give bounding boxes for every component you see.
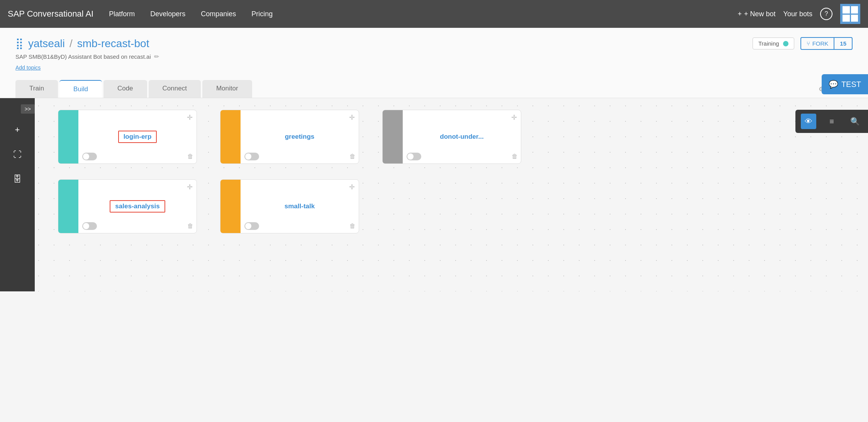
left-toolbar: >> + ⛶ 🗄: [0, 98, 35, 291]
card-greetings: ✛ greetings 🗑: [220, 110, 359, 164]
card-title[interactable]: small-talk: [285, 202, 315, 210]
layer-icon: 🗄: [13, 174, 22, 184]
nav-actions: + + New bot Your bots ?: [738, 4, 860, 24]
card-move-icon[interactable]: ✛: [187, 183, 193, 191]
eye-icon: 👁: [805, 117, 812, 126]
right-toolbar: 👁 ≡ 🔍: [795, 110, 868, 133]
avatar[interactable]: [840, 4, 860, 24]
toolbar-add-button[interactable]: +: [9, 121, 26, 138]
nav-companies[interactable]: Companies: [201, 10, 236, 18]
test-label: TEST: [841, 80, 861, 89]
training-status-badge: Training: [753, 37, 794, 49]
help-button[interactable]: ?: [820, 8, 832, 20]
header-section: ⣿ yatseali / smb-recast-bot Training ⑂ F…: [0, 28, 868, 98]
card-footer: 🗑: [82, 153, 193, 160]
test-button[interactable]: 💬 TEST: [822, 74, 868, 94]
training-dot-indicator: [783, 41, 788, 46]
fit-icon: ⛶: [13, 150, 22, 160]
nav-platform[interactable]: Platform: [109, 10, 135, 18]
header-actions: Training ⑂ FORK 15: [753, 37, 853, 50]
add-topics-link[interactable]: Add topics: [15, 65, 41, 71]
card-move-icon[interactable]: ✛: [187, 113, 193, 122]
card-move-icon[interactable]: ✛: [511, 113, 517, 122]
card-toggle[interactable]: [244, 153, 259, 160]
fork-label: ⑂ FORK: [801, 38, 835, 49]
your-bots-link[interactable]: Your bots: [783, 10, 812, 18]
tab-build[interactable]: Build: [59, 80, 102, 98]
toolbar-fit-button[interactable]: ⛶: [9, 146, 26, 163]
card-sales-analysis: ✛ sales-analysis 🗑: [58, 179, 197, 233]
new-bot-label: + New bot: [744, 10, 776, 18]
main-content: ⣿ yatseali / smb-recast-bot Training ⑂ F…: [0, 28, 868, 422]
card-delete-icon[interactable]: 🗑: [187, 153, 193, 160]
bot-title: ⣿ yatseali / smb-recast-bot: [15, 37, 149, 50]
card-footer: 🗑: [244, 153, 356, 160]
brand-logo: SAP Conversational AI: [8, 9, 93, 19]
card-toggle[interactable]: [82, 222, 97, 230]
tab-monitor[interactable]: Monitor: [202, 80, 252, 98]
card-donot-under: ✛ donot-under... 🗑: [382, 110, 521, 164]
bot-logo-icon: ⣿: [15, 37, 24, 50]
edit-description-icon[interactable]: ✏: [154, 53, 159, 60]
card-color-bar: [58, 180, 78, 233]
plus-icon: +: [738, 10, 742, 18]
search-icon: 🔍: [850, 117, 860, 126]
toolbar-layer-button[interactable]: 🗄: [9, 171, 26, 188]
tab-train[interactable]: Train: [15, 80, 58, 98]
tab-code[interactable]: Code: [103, 80, 147, 98]
card-toggle[interactable]: [82, 153, 97, 160]
card-toggle[interactable]: [244, 222, 259, 230]
card-title[interactable]: greetings: [285, 133, 315, 141]
slash-separator: /: [70, 37, 73, 50]
bot-description-text: SAP SMB(B1&ByD) Assistant Bot based on r…: [15, 53, 151, 60]
canvas-area: >> + ⛶ 🗄 👁 ≡ 🔍: [0, 98, 868, 291]
tabs: Train Build Code Connect Monitor: [15, 80, 254, 98]
fork-icon: ⑂: [807, 40, 810, 47]
nav-pricing[interactable]: Pricing: [251, 10, 273, 18]
card-small-talk: ✛ small-talk 🗑: [220, 179, 359, 233]
cards-grid: ✛ login-erp 🗑 ✛ greetings 🗑: [58, 110, 822, 233]
top-navigation: SAP Conversational AI Platform Developer…: [0, 0, 868, 28]
card-move-icon[interactable]: ✛: [349, 113, 355, 122]
card-color-bar: [58, 110, 78, 163]
bot-name[interactable]: smb-recast-bot: [77, 37, 149, 50]
card-move-icon[interactable]: ✛: [349, 183, 355, 191]
fork-button[interactable]: ⑂ FORK 15: [800, 37, 853, 50]
card-delete-icon[interactable]: 🗑: [349, 153, 356, 160]
card-login-erp: ✛ login-erp 🗑: [58, 110, 197, 164]
add-icon: +: [15, 125, 20, 135]
card-color-bar: [220, 110, 241, 163]
nav-links: Platform Developers Companies Pricing: [109, 10, 737, 18]
tab-connect[interactable]: Connect: [149, 80, 201, 98]
card-delete-icon[interactable]: 🗑: [512, 153, 518, 160]
view-search-button[interactable]: 🔍: [847, 114, 863, 129]
training-label: Training: [758, 40, 779, 47]
card-title[interactable]: sales-analysis: [110, 200, 165, 213]
card-title[interactable]: donot-under...: [440, 133, 483, 141]
card-footer: 🗑: [407, 153, 518, 160]
card-delete-icon[interactable]: 🗑: [187, 223, 193, 230]
bot-title-row: ⣿ yatseali / smb-recast-bot Training ⑂ F…: [15, 37, 853, 50]
card-delete-icon[interactable]: 🗑: [349, 223, 356, 230]
view-list-button[interactable]: ≡: [824, 114, 839, 129]
view-eye-button[interactable]: 👁: [801, 114, 816, 129]
card-color-bar: [220, 180, 241, 233]
nav-developers[interactable]: Developers: [150, 10, 185, 18]
card-color-bar: [383, 110, 403, 163]
tabs-row: Train Build Code Connect Monitor ⚙ Setti…: [15, 77, 853, 98]
toolbar-expand-button[interactable]: >>: [21, 104, 35, 114]
card-toggle[interactable]: [407, 153, 421, 160]
list-icon: ≡: [829, 117, 834, 126]
new-bot-button[interactable]: + + New bot: [738, 10, 776, 18]
bot-description: SAP SMB(B1&ByD) Assistant Bot based on r…: [15, 53, 853, 60]
bot-owner[interactable]: yatseali: [28, 37, 65, 50]
fork-count: 15: [834, 38, 852, 49]
card-footer: 🗑: [82, 222, 193, 230]
card-title[interactable]: login-erp: [118, 131, 157, 143]
chat-icon: 💬: [829, 80, 838, 89]
card-footer: 🗑: [244, 222, 356, 230]
